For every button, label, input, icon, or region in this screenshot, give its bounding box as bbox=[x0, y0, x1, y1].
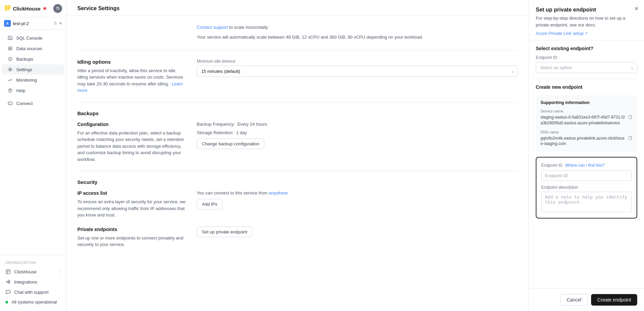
backups-grid: Configuration For an effective data prot… bbox=[77, 122, 518, 163]
backup-frequency: Backup Frequency: Every 24 hours bbox=[197, 122, 518, 127]
sidebar-label-help: Help bbox=[16, 88, 25, 93]
sidebar-item-integrations[interactable]: Integrations bbox=[0, 277, 66, 287]
org-icon bbox=[5, 269, 11, 274]
idling-description: After a period of inactivity, allow this… bbox=[77, 67, 186, 94]
sidebar-header: ClickHouse TI bbox=[0, 0, 66, 17]
create-endpoint-button[interactable]: Create endpoint bbox=[591, 294, 637, 306]
private-endpoints-title: Private endpoints bbox=[77, 227, 186, 232]
panel-close-button[interactable]: ✕ bbox=[634, 5, 639, 12]
backups-desc-area: Configuration For an effective data prot… bbox=[77, 122, 186, 163]
svg-point-5 bbox=[8, 47, 12, 48]
supporting-info-box: Supporting information Service name stag… bbox=[536, 95, 637, 151]
endpoint-id-field-area: Endpoint ID Where can I find this? bbox=[541, 162, 632, 168]
svg-rect-11 bbox=[6, 270, 10, 274]
service-name: test-pl-2 bbox=[13, 21, 52, 26]
settings-icon bbox=[7, 67, 13, 72]
cancel-button[interactable]: Cancel bbox=[560, 294, 588, 306]
sidebar-item-help[interactable]: Help bbox=[2, 85, 64, 96]
scale-grid: Contact support to scale horizontally Yo… bbox=[77, 24, 518, 42]
connect-icon bbox=[7, 101, 13, 106]
org-name: ClickHouse bbox=[14, 269, 37, 274]
anywhere-link[interactable]: anywhere bbox=[269, 190, 288, 195]
change-backup-config-button[interactable]: Change backup configuration bbox=[197, 139, 264, 149]
endpoint-id-input[interactable] bbox=[541, 170, 632, 181]
backups-controls: Backup Frequency: Every 24 hours Storage… bbox=[197, 122, 518, 149]
copy-dns-name-button[interactable] bbox=[628, 136, 632, 142]
private-endpoints-desc-area: Private endpoints Set up one or more end… bbox=[77, 227, 186, 248]
content-area: Contact support to scale horizontally Yo… bbox=[67, 16, 529, 256]
backup-icon bbox=[7, 56, 13, 62]
dns-name-value: gqtv8o2m4k.eastus.privatelink.azure.clic… bbox=[541, 136, 625, 147]
idle-timeout-label: Minimum idle timeout bbox=[197, 59, 518, 64]
private-endpoint-panel: Set up private endpoint For step-by-step… bbox=[529, 0, 644, 311]
sidebar-item-data-sources[interactable]: Data sources bbox=[2, 43, 64, 54]
backups-title: Backups bbox=[77, 110, 518, 116]
sidebar-item-org[interactable]: ClickHouse › bbox=[0, 267, 66, 277]
sidebar-bottom: Organization ClickHouse › Integrations C… bbox=[0, 255, 66, 311]
panel-divider bbox=[536, 79, 637, 79]
service-badge: A bbox=[4, 20, 11, 27]
sidebar-label-settings: Settings bbox=[16, 67, 32, 72]
console-icon bbox=[7, 35, 13, 41]
sidebar-item-monitoring[interactable]: Monitoring bbox=[2, 75, 64, 85]
panel-title: Set up private endpoint bbox=[536, 7, 637, 13]
sidebar-label-sql-console: SQL Console bbox=[16, 36, 42, 41]
svg-point-8 bbox=[10, 91, 11, 92]
add-service-button[interactable]: + bbox=[59, 20, 62, 26]
ip-access-title: IP access list bbox=[77, 190, 186, 196]
new-endpoint-id-label: Endpoint ID bbox=[541, 163, 563, 168]
integrations-label: Integrations bbox=[14, 279, 37, 285]
svg-point-12 bbox=[6, 281, 8, 283]
org-expand-icon: › bbox=[59, 270, 61, 274]
contact-support-link[interactable]: Contact support bbox=[197, 25, 228, 30]
main-content: Service Settings Contact support to scal… bbox=[67, 0, 529, 311]
svg-rect-9 bbox=[8, 102, 12, 105]
service-expand-icon: ⇅ bbox=[54, 21, 57, 26]
service-name-value: staging-eastus-0-5a631ee3-697f-45d7-8731… bbox=[541, 115, 625, 126]
backup-retention: Storage Retention: 1 day bbox=[197, 130, 518, 135]
endpoint-id-select[interactable]: Select an option bbox=[536, 62, 637, 73]
page-title: Service Settings bbox=[77, 5, 518, 12]
idling-section: Idling options After a period of inactiv… bbox=[77, 51, 518, 102]
endpoint-description-input[interactable] bbox=[541, 192, 632, 212]
security-section: Security IP access list To ensure an ext… bbox=[77, 171, 518, 256]
sidebar-item-chat-support[interactable]: Chat with support bbox=[0, 287, 66, 297]
sidebar-item-settings[interactable]: Settings bbox=[2, 64, 64, 75]
panel-footer: Cancel Create endpoint bbox=[529, 288, 644, 311]
sidebar-item-connect[interactable]: Connect bbox=[2, 98, 64, 108]
setup-private-endpoint-button[interactable]: Set up private endpoint bbox=[197, 227, 252, 237]
nav-section: SQL Console Data sources Backups Setting… bbox=[0, 30, 66, 255]
database-icon bbox=[7, 46, 13, 51]
svg-rect-0 bbox=[5, 5, 6, 11]
logo-icon bbox=[4, 4, 11, 13]
backups-section: Backups Configuration For an effective d… bbox=[77, 102, 518, 171]
sidebar-item-backups[interactable]: Backups bbox=[2, 54, 64, 64]
endpoint-desc-label: Endpoint description bbox=[541, 185, 632, 190]
azure-link[interactable]: Azure Private Link setup ↗ bbox=[536, 31, 588, 36]
copy-service-name-button[interactable] bbox=[628, 115, 632, 121]
avatar: TI bbox=[53, 4, 62, 13]
ip-access-desc-area: IP access list To ensure an extra layer … bbox=[77, 190, 186, 219]
scale-info-area: Contact support to scale horizontally Yo… bbox=[197, 24, 518, 42]
svg-point-6 bbox=[10, 69, 11, 70]
config-title: Configuration bbox=[77, 122, 186, 127]
chat-icon bbox=[5, 289, 11, 295]
status-indicator bbox=[43, 7, 46, 10]
external-link-icon: ↗ bbox=[585, 31, 588, 36]
dns-name-row: DNS name gqtv8o2m4k.eastus.privatelink.a… bbox=[541, 130, 632, 147]
org-label: Organization bbox=[0, 259, 66, 267]
svg-rect-3 bbox=[10, 5, 11, 9]
idle-timeout-select[interactable]: 15 minutes (default) 30 minutes 1 hour 2… bbox=[197, 66, 518, 77]
new-endpoint-form: Endpoint ID Where can I find this? Endpo… bbox=[536, 157, 637, 219]
sidebar-item-sql-console[interactable]: SQL Console bbox=[2, 33, 64, 43]
service-name-label: Service name bbox=[541, 109, 632, 113]
panel-body: Select existing endpoint? Endpoint ID Se… bbox=[529, 40, 644, 288]
create-new-title: Create new endpoint bbox=[536, 84, 637, 90]
add-ips-button[interactable]: Add IPs bbox=[197, 199, 223, 209]
status-text: All systems operational bbox=[12, 299, 57, 305]
service-selector[interactable]: A test-pl-2 ⇅ + bbox=[0, 17, 66, 30]
sidebar-label-backups: Backups bbox=[16, 57, 33, 62]
endpoint-id-select-wrapper: Select an option ⌄ bbox=[536, 62, 637, 73]
endpoint-id-label: Endpoint ID bbox=[536, 55, 637, 60]
where-can-i-find-link[interactable]: Where can I find this? bbox=[565, 163, 605, 168]
